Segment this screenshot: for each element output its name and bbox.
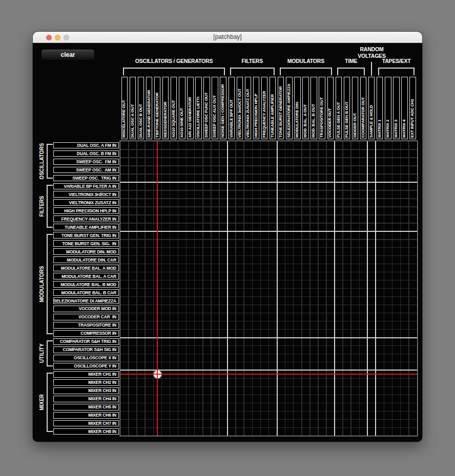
row-header-label: MODULATORE BAL. B MOD [60,282,116,287]
column-header-cell: MATRIX 1 [377,77,383,139]
grid-line-h [120,427,417,428]
row-header-label: OSCILLOSCOPE X IN [74,355,116,360]
column-header-label: AG10 SINE OUT [179,77,185,139]
row-header-label: VOCODER CAR IN [78,314,116,319]
grid-line-h [120,223,417,224]
column-header-label: FREQUENCY ANALYZER [262,77,267,139]
column-header-label: HIGH PRECISION HPLP [254,77,259,139]
grid-line-h [120,362,417,363]
row-header-label: MIXER CH6 IN [88,413,116,418]
patch-crosshair-row [120,374,417,375]
row-header-label: VOCODER MOD IN [79,306,116,311]
row-header-label: SWEEP OSC. TRIG IN [72,176,116,181]
row-header-cell: TRASPOSITORE IN [53,322,119,329]
column-header-cell: DUAL OSC A OUT [130,77,136,139]
grid-line-h [120,305,417,306]
column-header-cell: SELEZIONATORE AMPIEZZA [286,77,292,139]
column-header-label: NOISE GEN / COMPRESSOR [220,77,226,139]
row-group-bracket [47,373,53,432]
row-group-bracket [47,340,53,367]
row-header-cell: MIXER CH2 IN [53,379,119,386]
grid-line-h [120,411,417,412]
row-header-cell: MODULATORE DIN. CAR [53,256,119,263]
row-header-label: COMPARATOR S&H TRIG IN [60,339,116,344]
column-group-bracket [378,68,414,75]
column-group-label: TAPES/EXT [350,57,422,64]
patch-matrix[interactable] [120,141,417,436]
grid-line-h [120,198,417,199]
column-header-cell: MATRIX 3 [393,77,399,139]
grid-line-h [120,329,417,330]
column-header-cell: PULSE GEN A OUT [336,77,342,139]
row-header-cell: SWEEP OSC. FM IN [53,159,119,165]
row-header-label: SWEEP OSC. AM IN [76,167,116,172]
grid-line-h [120,386,417,387]
row-header-label: DUAL OSC. A FM IN [77,143,116,148]
column-header-label: VIELTRONIX 3rd/OCT OUT [237,77,243,139]
group-divider-h [120,337,417,338]
column-header-cell: VARIABLE BPF OUT [229,77,235,139]
column-header-label: MATRIX 4 [402,77,407,139]
column-header-cell: MATRIX 4 [401,77,407,139]
column-header-cell: DUAL OSC B OUT [138,77,144,139]
row-header-label: SELEZIONATORE DI AMPIEZZA [53,298,116,304]
column-header-cell: SAMPLE & HOLD [368,77,375,139]
row-header-cell: OSCILLOSCOPE Y IN [53,363,119,370]
row-group-label-text: MODULATORS [39,266,45,302]
row-header-cell: DUAL OSC. B FM IN [53,150,119,157]
grid-line-h [120,214,417,215]
column-header-cell: TIEFTONE GENERATOR [154,77,160,139]
grid-line-h [120,419,417,420]
grid-line-h [120,280,417,281]
column-header-label: MATRIX 1 [377,77,383,139]
grid-line-h [120,247,417,248]
row-header-cell: SWEEP OSC. AM IN [53,167,119,174]
column-header-cell: MOD. BAL. A OUT [302,77,308,139]
row-header-cell: MIXER CH8 IN [53,428,119,435]
row-header-cell: VARIABLE BP FILTER A IN [53,183,119,190]
column-header-label: MOD. BAL. B OUT [311,77,317,139]
grid-line-h [120,149,417,150]
column-header-cell: SWEEP OSC FUNC OUT [203,77,210,139]
column-group-bracket [230,68,274,75]
column-header-label: COOMPARATOR OUT [361,77,366,139]
column-header-label: VOCODER OUT [327,77,333,139]
column-header-cell: EXT INPUT ADC CH1 [409,77,416,139]
column-header-label: SWEEP OSC FUNC OUT [204,77,210,139]
patchbay-window: [patchbay] clear OSCILLATORS / GENERATOR… [33,32,422,442]
row-header-label: MIXER CH4 IN [88,396,116,401]
row-header-cell: OSCILLOSCOPE X IN [53,355,119,361]
column-header-label: PULSE GEN B OUT [344,77,350,139]
patch-matrix-stage: OSCILLATORS / GENERATORSFILTERSMODULATOR… [33,32,422,442]
column-header-cell: MESSGENERATOR [162,77,169,139]
column-header-cell: MISCELATORE OUT [121,77,128,139]
column-header-label: SAMPLE & HOLD [369,77,375,139]
group-divider-h [120,182,417,183]
column-header-cell: VIELTRONIX 3rd/OCT OUT [237,77,243,139]
group-divider-v [367,141,368,436]
column-header-cell: FREQUENCY ANALYZER [261,77,267,139]
column-header-cell: MATRIX 2 [385,77,391,139]
column-header-label: MATRIX 2 [385,77,391,139]
column-header-label: VIELTRONIX ZUSATZ OUT [245,77,251,139]
row-header-label: TUNEABLE AMPLIFIER IN [65,225,116,230]
row-header-cell: MODULATORE BAL. A MOD [53,265,119,271]
row-header-label: MODULATORE BAL. A CAR [61,274,116,279]
row-header-cell: MIXER CH5 IN [53,404,119,410]
row-header-label: FREQUENCY ANALYZER IN [61,217,116,222]
row-header-cell: COMPARATOR S&H TRIG IN [53,338,119,345]
row-header-label: TONE BURST GEN. TRIG IN [61,233,116,238]
row-header-label: VIELTRONIX 3rd/OCT IN [69,192,116,197]
column-header-label: MESSGENERATOR [163,77,169,139]
column-header-cell: NOISE GEN / COMPRESSOR [220,77,226,139]
row-header-cell: DUAL OSC. A FM IN [53,142,119,149]
column-header-label: DUAL OSC B OUT [138,77,144,139]
row-header-label: MODULATORE DIN. MOD [66,249,116,254]
patch-crosshair-column [157,141,158,436]
row-header-cell: MIXER CH1 IN [53,371,119,378]
column-header-label: SELEZIONATORE AMPIEZZA [286,77,292,139]
column-header-label: AG10 SQUARE OUT [171,77,177,139]
column-header-cell: OSCILLATORE LIETTI [195,77,201,139]
grid-line-h [120,313,417,314]
column-header-cell: ARI A22 GENERATOR [187,77,193,139]
